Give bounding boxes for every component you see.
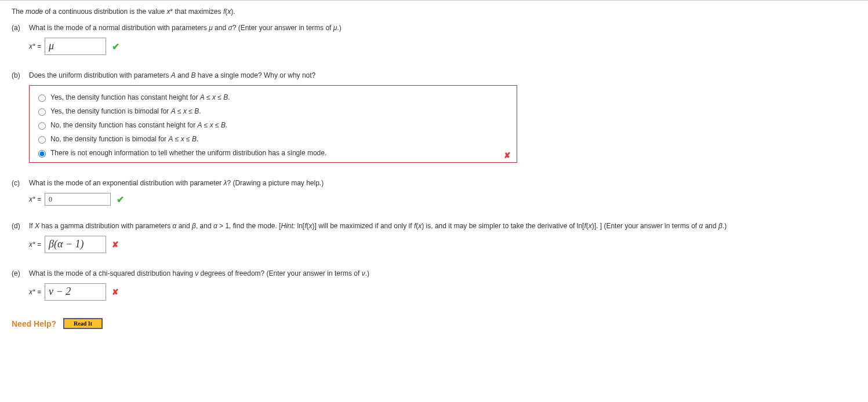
part-e-answer-input[interactable]: ν − 2 bbox=[45, 283, 106, 301]
part-d-xstar: x* = bbox=[29, 240, 41, 248]
x-icon: ✘ bbox=[504, 151, 511, 160]
part-a-question: What is the mode of a normal distributio… bbox=[29, 24, 856, 32]
check-icon: ✔ bbox=[112, 41, 119, 52]
part-a-answer-input[interactable]: μ bbox=[45, 38, 106, 55]
read-it-button[interactable]: Read It bbox=[63, 318, 103, 329]
part-e-xstar: x* = bbox=[29, 288, 41, 296]
part-e: (e) What is the mode of a chi-squared di… bbox=[12, 269, 856, 301]
need-help-row: Need Help? Read It bbox=[12, 318, 856, 329]
x-icon: ✘ bbox=[112, 287, 119, 297]
x-icon: ✘ bbox=[112, 240, 119, 249]
part-c: (c) What is the mode of an exponential d… bbox=[12, 179, 856, 206]
radio-b-3-label: No, the density function is bimodal for … bbox=[50, 135, 198, 143]
part-d: (d) If X has a gamma distribution with p… bbox=[12, 222, 856, 253]
problem-intro: The mode of a continuous distribution is… bbox=[12, 8, 856, 16]
part-a: (a) What is the mode of a normal distrib… bbox=[12, 24, 856, 55]
radio-b-3[interactable] bbox=[38, 136, 46, 144]
need-help-label: Need Help? bbox=[12, 319, 56, 328]
part-c-question: What is the mode of an exponential distr… bbox=[29, 179, 856, 187]
part-d-question: If X has a gamma distribution with param… bbox=[29, 222, 856, 230]
radio-b-0-label: Yes, the density function has constant h… bbox=[50, 93, 230, 101]
radio-b-4-label: There is not enough information to tell … bbox=[50, 149, 326, 157]
part-a-xstar: x* = bbox=[29, 42, 41, 50]
part-a-label: (a) bbox=[12, 24, 29, 32]
part-e-label: (e) bbox=[12, 269, 29, 277]
radio-b-4[interactable] bbox=[38, 150, 46, 158]
part-b-question: Does the uniform distribution with param… bbox=[29, 71, 856, 79]
check-icon: ✔ bbox=[117, 194, 124, 205]
part-b: (b) Does the uniform distribution with p… bbox=[12, 71, 856, 163]
part-b-radio-group: Yes, the density function has constant h… bbox=[29, 85, 517, 163]
radio-b-2-label: No, the density function has constant he… bbox=[50, 121, 227, 129]
part-c-xstar: x* = bbox=[29, 195, 41, 203]
radio-b-2[interactable] bbox=[38, 122, 46, 130]
radio-b-1-label: Yes, the density function is bimodal for… bbox=[50, 107, 201, 115]
part-d-label: (d) bbox=[12, 222, 29, 230]
radio-b-0[interactable] bbox=[38, 94, 46, 102]
part-c-answer-input[interactable]: 0 bbox=[45, 193, 111, 206]
radio-b-1[interactable] bbox=[38, 108, 46, 116]
part-c-label: (c) bbox=[12, 179, 29, 187]
part-d-answer-input[interactable]: β(α − 1) bbox=[45, 236, 106, 253]
part-b-label: (b) bbox=[12, 71, 29, 79]
part-e-question: What is the mode of a chi-squared distri… bbox=[29, 269, 856, 277]
